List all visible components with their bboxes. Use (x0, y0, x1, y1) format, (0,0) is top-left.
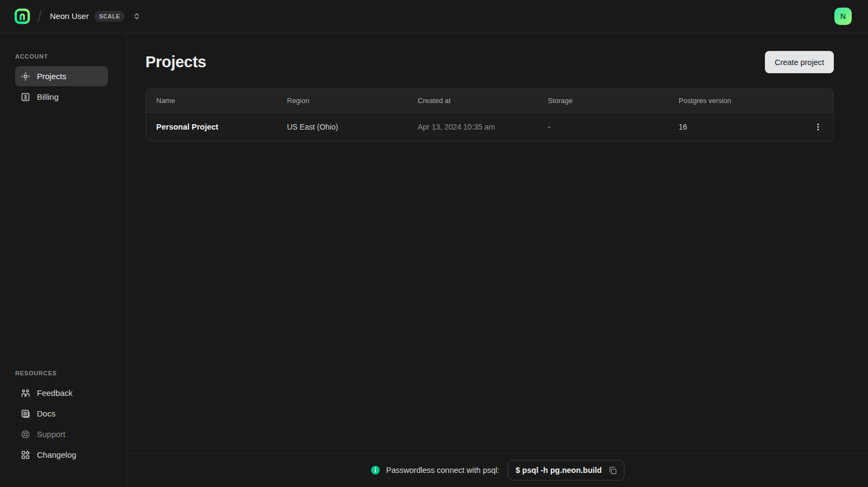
neon-logo-icon[interactable] (14, 8, 30, 24)
kebab-menu-icon[interactable] (810, 119, 826, 134)
copy-icon[interactable] (608, 466, 617, 475)
footer-bar: Passwordless connect with psql: $ psql -… (127, 453, 868, 487)
main-content: Projects Create project Name Region Crea… (127, 33, 868, 453)
account-section-label: ACCOUNT (15, 53, 108, 60)
page-title: Projects (145, 53, 206, 71)
sidebar: ACCOUNT Projects $ (0, 33, 127, 487)
resources-section-label: RESOURCES (15, 370, 108, 376)
psql-hint-label: Passwordless connect with psql: (386, 466, 500, 475)
people-icon (21, 388, 30, 398)
sidebar-section-account: ACCOUNT Projects $ (15, 53, 108, 107)
info-icon (371, 465, 380, 475)
top-bar: Neon User SCALE N (0, 0, 868, 33)
sidebar-item-label: Docs (37, 409, 55, 418)
squares-grid-icon (21, 450, 30, 460)
sidebar-item-changelog[interactable]: Changelog (15, 445, 108, 465)
project-storage-cell: - (538, 123, 668, 131)
sidebar-item-label: Projects (37, 72, 66, 81)
sidebar-item-feedback[interactable]: Feedback (15, 383, 108, 403)
project-actions-cell (803, 119, 833, 134)
sidebar-item-label: Changelog (37, 450, 76, 459)
sidebar-item-projects[interactable]: Projects (15, 66, 108, 86)
svg-text:$: $ (24, 93, 27, 99)
breadcrumb-slash (37, 10, 42, 23)
user-avatar[interactable]: N (834, 8, 852, 25)
sidebar-item-label: Feedback (37, 388, 73, 398)
project-name-cell[interactable]: Personal Project (146, 123, 277, 131)
projects-move-icon (21, 72, 30, 81)
column-header-region: Region (277, 97, 407, 105)
column-header-created-at: Created at (407, 97, 538, 105)
sidebar-item-label: Support (37, 430, 66, 439)
title-row: Projects Create project (145, 51, 834, 73)
projects-table: Name Region Created at Storage Postgres … (145, 88, 834, 142)
document-icon (21, 409, 30, 419)
project-postgres-version-cell: 16 (668, 123, 803, 131)
column-header-name: Name (146, 97, 277, 105)
column-header-storage: Storage (538, 97, 668, 105)
sidebar-item-billing[interactable]: $ Billing (15, 87, 108, 107)
create-project-button[interactable]: Create project (765, 51, 834, 73)
sidebar-item-support[interactable]: Support (15, 424, 108, 444)
billing-dollar-icon: $ (21, 92, 30, 102)
plan-badge: SCALE (94, 11, 125, 22)
up-down-chevron-icon[interactable] (132, 12, 141, 21)
column-header-postgres-version: Postgres version (668, 97, 803, 105)
psql-command-box[interactable]: $ psql -h pg.neon.build (508, 460, 625, 480)
project-created-at-cell: Apr 13, 2024 10:35 am (407, 123, 538, 131)
org-name: Neon User (50, 11, 89, 21)
neon-console: Neon User SCALE N ACCOUNT (0, 0, 868, 487)
psql-command: $ psql -h pg.neon.build (516, 466, 602, 475)
table-header-row: Name Region Created at Storage Postgres … (146, 88, 833, 113)
lifebuoy-icon (21, 430, 30, 439)
sidebar-item-docs[interactable]: Docs (15, 403, 108, 424)
sidebar-section-resources: RESOURCES Feedback (15, 370, 108, 465)
table-row[interactable]: Personal Project US East (Ohio) Apr 13, … (146, 113, 833, 141)
org-switcher[interactable]: Neon User SCALE (50, 11, 141, 22)
sidebar-item-label: Billing (37, 92, 59, 101)
project-region-cell: US East (Ohio) (277, 123, 407, 131)
main-area: Projects Create project Name Region Crea… (127, 33, 868, 487)
